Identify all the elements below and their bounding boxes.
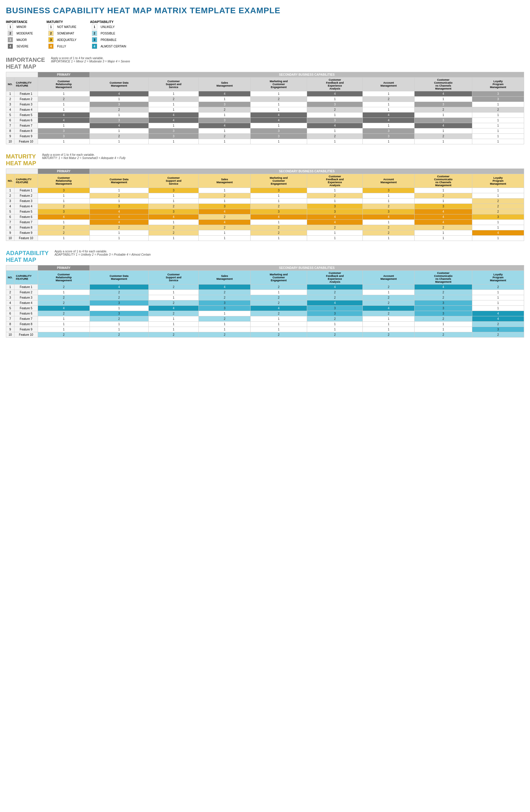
table-row: 9Feature 9111111113: [6, 327, 524, 332]
legend-section: IMPORTANCE 1MINOR 2MODERATE 3MAJOR 4SEVE…: [6, 20, 524, 49]
table-row: 7Feature 7121212124: [6, 316, 524, 322]
table-row: 8Feature 8111111112: [6, 322, 524, 327]
table-row: 1Feature 1313131311: [6, 188, 524, 193]
table-row: 4Feature 4232324231: [6, 301, 524, 306]
adaptability-scale-text: ADAPTABILITY 1 = Unlikely 2 = Possible 3…: [55, 253, 151, 256]
importance-scale-text: IMPORTANCE 1 = Minor 2 = Moderate 3 = Ma…: [51, 60, 130, 63]
adaptability-table: PRIMARY SECONDARY BUSINESS CAPABILITIES …: [6, 265, 524, 337]
table-row: 5Feature 5343433342: [6, 209, 524, 214]
table-row: 2Feature 2121212121: [6, 290, 524, 295]
importance-legend: IMPORTANCE 1MINOR 2MODERATE 3MAJOR 4SEVE…: [6, 20, 35, 49]
adaptability-legend-title: ADAPTABILITY: [90, 20, 128, 24]
table-row: 8Feature 8222222221: [6, 225, 524, 230]
table-row: 3Feature 3111111112: [6, 199, 524, 204]
importance-title-line1: IMPORTANCE: [6, 57, 45, 63]
maturity-title-line2: HEAT MAP: [6, 160, 36, 167]
maturity-title-line1: MATURITY: [6, 153, 36, 160]
table-row: 7Feature 7141414141: [6, 220, 524, 225]
adaptability-title-line1: ADAPTABILITY: [6, 250, 48, 257]
table-row: 1Feature 1141414143: [6, 91, 524, 97]
maturity-apply-text: Apply a score of 1 to 4 for each variabl…: [42, 153, 126, 156]
maturity-legend-title: MATURITY: [46, 20, 78, 24]
maturity-scale-text: MATURITY: 1 = Not Matur 2 = Somewhat3 = …: [42, 156, 126, 160]
table-row: 6Feature 6434343431: [6, 118, 524, 123]
importance-title-line2: HEAT MAP: [6, 63, 45, 70]
adaptability-title-line2: HEAT MAP: [6, 257, 48, 263]
table-row: 3Feature 3221222221: [6, 295, 524, 301]
adaptability-legend: ADAPTABILITY 1UNLIKELY 2POSSIBLE 3PROBAB…: [90, 20, 128, 49]
maturity-table: PRIMARY SECONDARY BUSINESS CAPABILITIES …: [6, 169, 524, 241]
table-row: 5Feature 5414343431: [6, 306, 524, 311]
table-row: 10Feature 10111111111: [6, 139, 524, 144]
importance-legend-title: IMPORTANCE: [6, 20, 35, 24]
table-row: 2Feature 2212121213: [6, 97, 524, 102]
maturity-legend: MATURITY 1NOT MATURE 2SOMEWHAT 3ADEQUATE…: [46, 20, 78, 49]
table-row: 8Feature 8313131311: [6, 128, 524, 134]
table-row: 9Feature 9323232321: [6, 134, 524, 139]
importance-table: PRIMARY SECONDARY BUSINESS CAPABILITIES …: [6, 72, 524, 144]
adaptability-section: ADAPTABILITY HEAT MAP Apply a score of 1…: [6, 250, 524, 337]
maturity-section: MATURITY HEAT MAP Apply a score of 1 to …: [6, 153, 524, 241]
table-row: 10Feature 10111111111: [6, 236, 524, 241]
table-row: 6Feature 6232123234: [6, 311, 524, 316]
table-row: 1Feature 1242424242: [6, 285, 524, 290]
table-row: 3Feature 3131313131: [6, 102, 524, 107]
table-row: 2Feature 2121212121: [6, 193, 524, 199]
page-title: BUSINESS CAPABILITY HEAT MAP MATRIX TEMP…: [6, 6, 524, 15]
importance-section: IMPORTANCE HEAT MAP Apply a score of 1 t…: [6, 57, 524, 144]
table-row: 9Feature 9212121214: [6, 230, 524, 236]
adaptability-apply-text: Apply a score of 1 to 4 for each variabl…: [55, 250, 151, 253]
table-row: 6Feature 6444244443: [6, 214, 524, 220]
table-row: 10Feature 10222222222: [6, 332, 524, 337]
importance-apply-text: Apply a score of 1 to 4 for each variabl…: [51, 57, 130, 60]
table-row: 4Feature 4232323232: [6, 204, 524, 209]
table-row: 7Feature 7141414141: [6, 123, 524, 128]
table-row: 4Feature 4121212122: [6, 107, 524, 113]
table-row: 5Feature 5414141411: [6, 113, 524, 118]
